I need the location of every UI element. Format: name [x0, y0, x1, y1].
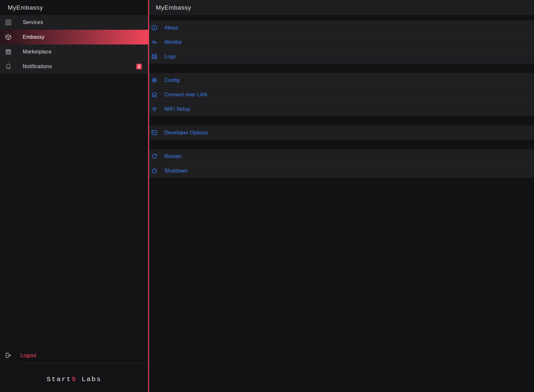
- page-title: MyEmbassy: [156, 4, 191, 11]
- terminal-icon: [151, 129, 158, 136]
- gear-icon: [151, 77, 158, 84]
- sidebar-nav: ServicesEmbassyMarketplaceNotifications3: [0, 15, 148, 74]
- sidebar-spacer: [0, 74, 148, 348]
- menu-item-label: Connect over LAN: [164, 92, 207, 98]
- brand-footer: Start9 Labs: [0, 363, 148, 392]
- menu-item-logs[interactable]: Logs: [149, 49, 534, 64]
- newspaper-icon: [151, 53, 158, 60]
- sidebar-header: MyEmbassy: [0, 0, 148, 15]
- wifi-icon: [151, 106, 158, 112]
- menu-item-label: Monitor: [164, 39, 182, 45]
- cube-icon: [5, 34, 12, 41]
- menu-item-label: Services: [23, 20, 43, 25]
- menu-item-label: Restart: [164, 154, 181, 159]
- menu-group-2: ConfigConnect over LANWiFi Setup: [149, 73, 534, 116]
- menu-item-label: Config: [164, 77, 179, 83]
- menu-group-3: Developer Options: [149, 125, 534, 140]
- menu-item-label: Developer Options: [164, 130, 208, 136]
- menu-item-label: Notifications: [23, 64, 52, 69]
- sidebar-title: MyEmbassy: [8, 4, 43, 11]
- logout-button[interactable]: Logout: [0, 348, 148, 363]
- grid-icon: [5, 19, 12, 26]
- info-circle-icon: [151, 24, 158, 31]
- menu-item-label: About: [164, 25, 178, 31]
- sidebar: MyEmbassy ServicesEmbassyMarketplaceNoti…: [0, 0, 148, 392]
- brand-digit: 9: [72, 376, 77, 383]
- menu-item-restart[interactable]: Restart: [149, 149, 534, 164]
- menu-group-4: RestartShutdown: [149, 149, 534, 178]
- menu-item-label: Marketplace: [23, 49, 52, 55]
- bell-icon: [5, 63, 12, 70]
- sidebar-item-marketplace[interactable]: Marketplace: [0, 44, 148, 59]
- menu-item-monitor[interactable]: Monitor: [149, 35, 534, 49]
- menu-group-1: AboutMonitorLogs: [149, 20, 534, 64]
- pulse-icon: [151, 39, 158, 45]
- menu-item-label: Embassy: [23, 34, 44, 40]
- storefront-icon: [5, 48, 12, 55]
- home-icon: [151, 91, 158, 98]
- sidebar-item-services[interactable]: Services: [0, 15, 148, 30]
- main-header: MyEmbassy: [149, 0, 534, 15]
- sidebar-item-notifications[interactable]: Notifications3: [0, 59, 148, 74]
- logout-label: Logout: [20, 353, 36, 358]
- settings-menu: AboutMonitorLogsConfigConnect over LANWi…: [149, 15, 534, 392]
- notification-count-badge: 3: [136, 64, 142, 69]
- brand-suffix: Labs: [76, 376, 101, 383]
- sidebar-item-embassy[interactable]: Embassy: [0, 30, 148, 44]
- menu-item-shutdown[interactable]: Shutdown: [149, 164, 534, 178]
- menu-item-label: WiFi Setup: [164, 106, 190, 112]
- menu-item-config[interactable]: Config: [149, 73, 534, 87]
- menu-item-label: Logs: [164, 54, 176, 60]
- menu-item-developer-options[interactable]: Developer Options: [149, 125, 534, 140]
- refresh-icon: [151, 153, 158, 160]
- power-icon: [151, 167, 158, 174]
- brand-prefix: Start: [47, 376, 72, 383]
- menu-item-wifi-setup[interactable]: WiFi Setup: [149, 102, 534, 116]
- menu-item-connect-over-lan[interactable]: Connect over LAN: [149, 87, 534, 102]
- menu-item-label: Shutdown: [164, 168, 188, 174]
- logout-icon: [5, 352, 12, 359]
- menu-item-about[interactable]: About: [149, 20, 534, 35]
- main-content: MyEmbassy AboutMonitorLogsConfigConnect …: [149, 0, 534, 392]
